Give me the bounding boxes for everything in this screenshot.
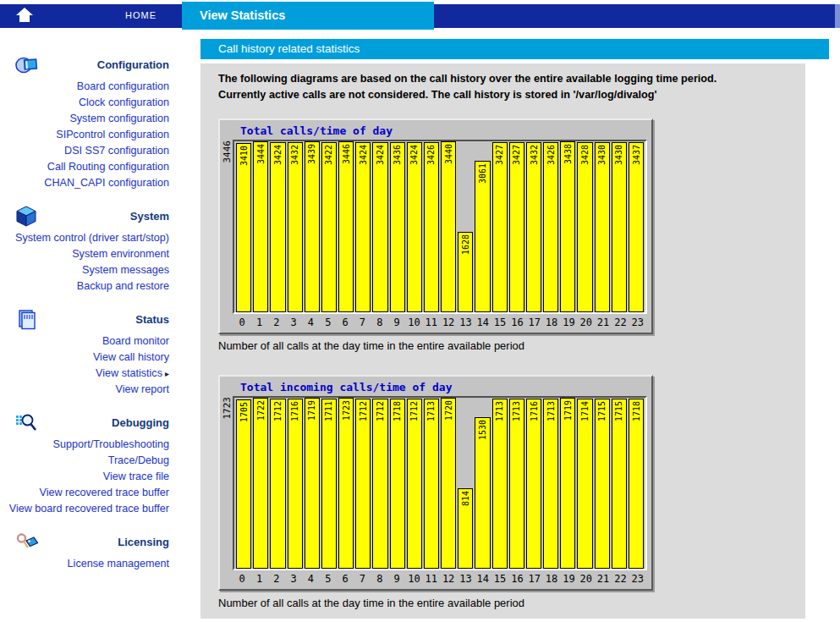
bar-hour-3: 1716 [288,399,303,569]
bar-hour-7: 3424 [355,142,371,312]
x-axis-label: 21 [595,317,612,328]
sidebar-item-view-call-history[interactable]: View call history [0,350,175,366]
bar-value-label: 1719 [563,400,573,421]
sidebar-item-sipcontrol-configuration[interactable]: SIPcontrol configuration [0,127,175,143]
bar-value-label: 1713 [426,401,436,421]
sidebar-item-view-report[interactable]: View report [0,382,175,398]
bar-value-label: 3444 [256,144,266,164]
x-axis-label: 7 [354,573,371,585]
bar-hour-14: 3061 [475,161,490,312]
sidebar-item-system-messages[interactable]: System messages [0,262,175,278]
bar-value-label: 3440 [444,144,453,164]
bar-value-label: 3424 [273,145,283,165]
sidebar-item-view-board-recovered-trace-buffer[interactable]: View board recovered trace buffer [0,501,175,517]
home-button[interactable]: HOME [125,10,156,20]
y-max-label: 1723 [222,397,233,420]
x-axis-label: 16 [508,317,525,328]
bar-hour-10: 1712 [407,399,422,569]
tab-view-statistics[interactable]: View Statistics [182,2,434,30]
x-axis-label: 23 [629,317,646,328]
cube-icon [15,206,38,227]
bar-hour-16: 1713 [509,399,524,569]
bar-value-label: 3410 [239,146,249,166]
page-title: Call history related statistics [200,39,829,59]
key-icon [15,531,38,553]
x-axis-label: 12 [440,317,457,328]
bar-value-label: 3422 [324,145,333,165]
sidebar-item-dsi-ss7-configuration[interactable]: DSI SS7 configuration [0,143,175,159]
bar-hour-17: 3432 [526,142,541,312]
intro-line-2: Currently active calls are not considere… [218,87,716,103]
bar-value-label: 1715 [614,401,623,421]
x-axis-label: 13 [457,573,474,585]
bar-hour-19: 1719 [560,398,575,569]
x-axis-label: 3 [285,317,302,328]
x-axis-label: 16 [508,573,525,585]
sidebar-item-clock-configuration[interactable]: Clock configuration [0,95,175,111]
bar-value-label: 1720 [444,400,453,421]
board-icon [15,54,38,75]
x-axis-label: 1 [250,317,267,328]
bar-value-label: 3438 [563,144,573,164]
bar-hour-6: 1723 [338,398,354,569]
sidebar-item-license-management[interactable]: License management [0,556,175,572]
bar-hour-4: 1719 [305,398,320,569]
sidebar-item-board-monitor[interactable]: Board monitor [0,333,175,350]
bar-value-label: 1530 [478,420,487,440]
sidebar-item-view-recovered-trace-buffer[interactable]: View recovered trace buffer [0,485,175,501]
home-icon[interactable] [16,8,33,22]
sidebar-section-configuration: ConfigurationBoard configurationClock co… [0,54,175,191]
x-axis-label: 12 [440,573,457,585]
bar-hour-19: 3438 [560,141,575,312]
active-item-arrow: ▸ [165,369,169,378]
bar-hour-9: 3436 [390,142,405,312]
sidebar-item-call-routing-configuration[interactable]: Call Routing configuration [0,159,175,175]
sidebar-item-board-configuration[interactable]: Board configuration [0,79,175,95]
document-icon [15,309,38,330]
chart-caption: Number of all calls at the day time in t… [218,597,524,609]
sidebar-item-backup-and-restore[interactable]: Backup and restore [0,278,175,294]
sidebar-item-chan-capi-configuration[interactable]: CHAN_CAPI configuration [0,175,175,191]
bar-value-label: 3424 [409,145,419,165]
x-axis-label: 21 [595,573,612,585]
bar-hour-0: 3410 [236,143,251,312]
bar-hour-7: 1712 [355,399,371,569]
x-axis-label: 20 [578,317,595,328]
x-axis-label: 2 [268,317,285,328]
sidebar-section-debugging: DebuggingSupport/TroubleshootingTrace/De… [0,412,175,517]
bar-hour-20: 1714 [577,399,592,569]
bar-hour-22: 3430 [612,142,627,312]
bar-value-label: 3439 [307,144,316,164]
sidebar-item-system-configuration[interactable]: System configuration [0,111,175,127]
sidebar: ConfigurationBoard configurationClock co… [0,54,175,586]
sidebar-item-system-control-driver-start-stop[interactable]: System control (driver start/stop) [0,230,175,246]
sidebar-item-trace-debug[interactable]: Trace/Debug [0,453,175,469]
bar-hour-1: 1722 [253,398,268,569]
x-axis-label: 17 [526,573,543,585]
bar-value-label: 1715 [597,401,607,421]
sidebar-item-view-trace-file[interactable]: View trace file [0,469,175,485]
bar-hour-23: 1718 [629,399,644,569]
bar-hour-13: 1628 [458,232,473,312]
x-axis-label: 6 [337,573,354,585]
topbar-right-accent [835,4,840,28]
bar-value-label: 3427 [512,145,521,165]
x-axis-label: 13 [457,317,474,328]
bar-value-label: 3426 [426,145,436,165]
bar-hour-8: 1712 [372,399,387,569]
bar-value-label: 3430 [597,145,607,165]
x-axis-label: 0 [233,317,250,328]
x-axis-label: 4 [302,317,319,328]
bar-value-label: 814 [461,491,470,506]
sidebar-item-system-environment[interactable]: System environment [0,246,175,262]
bar-hour-22: 1715 [612,399,627,569]
sidebar-item-view-statistics[interactable]: View statistics▸ [0,366,175,382]
sidebar-item-support-troubleshooting[interactable]: Support/Troubleshooting [0,437,175,453]
bar-hour-0: 1705 [236,399,251,569]
x-axis-label: 2 [268,573,285,585]
x-axis-label: 14 [475,573,491,585]
x-axis-label: 0 [233,573,250,585]
bar-value-label: 3432 [530,145,539,165]
sidebar-section-status: StatusBoard monitorView call historyView… [0,309,175,398]
x-axis-label: 5 [320,317,337,328]
